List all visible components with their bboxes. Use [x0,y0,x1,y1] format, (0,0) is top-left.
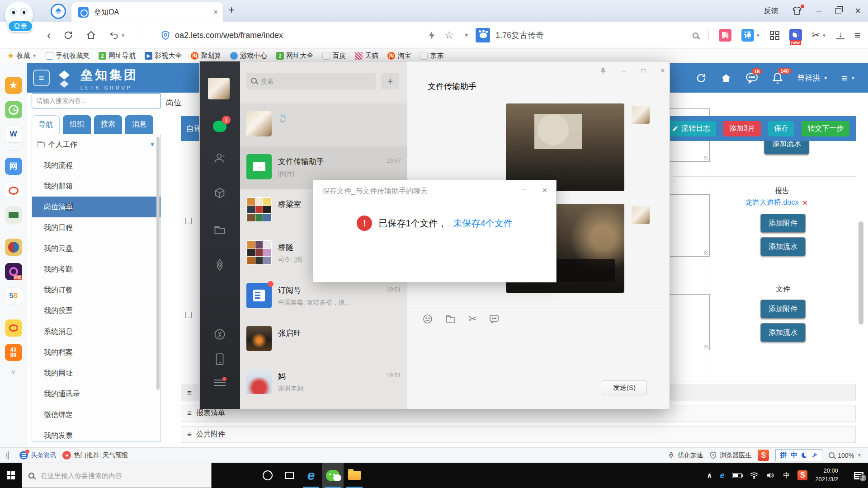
taskbar-explorer[interactable] [344,463,365,488]
bookmark-item[interactable]: 淘淘宝 [387,52,411,60]
taskbar-search-input[interactable] [40,471,193,480]
taskbar-edge[interactable]: e [300,463,322,488]
dialog-minimize-icon[interactable]: ─ [522,186,527,195]
word-doc-icon[interactable]: W [5,126,22,143]
download-icon[interactable]: ↓ [836,31,844,39]
screenshot-button[interactable]: ✂▼ [812,29,826,41]
sogou-icon[interactable]: S [758,450,769,461]
oa-more-menu[interactable]: ≡▼ [841,72,855,84]
screenshot-scissors-icon[interactable]: ✂ [468,313,476,325]
avatar[interactable] [208,78,230,99]
oa-refresh-icon[interactable] [696,73,707,84]
add-attachment-button[interactable]: 添加附件 [760,214,806,233]
sidebar-item-urls[interactable]: 我的网址 [32,363,160,384]
oa-tab-nav[interactable]: 导航 [32,115,60,134]
browser-doctor-button[interactable]: 浏览器医生 [709,451,751,460]
taskbar-search[interactable] [22,463,212,488]
hot-recommend-button[interactable]: ♥热门推荐: 天气预报 [62,451,128,460]
bookmark-item[interactable]: 2网址导航 [99,52,136,60]
tab-close-icon[interactable]: × [213,2,218,22]
oa-search-input[interactable] [32,93,161,108]
bookmark-item[interactable]: 手机收藏夹 [46,52,90,60]
contacts-icon[interactable] [212,151,227,165]
maximize-icon[interactable]: □ [641,67,645,75]
refresh-button[interactable] [63,30,73,40]
remove-file-icon[interactable]: ✕ [802,199,808,207]
ime-wrench-icon[interactable] [811,452,818,459]
ime-toolbar[interactable]: 拼 中 [775,449,822,461]
oa-bell-icon[interactable]: 140 [772,72,783,84]
add-attachment-button[interactable]: 添加附件 [760,300,806,319]
sidebar-item-sysmsg[interactable]: 系统消息 [32,321,160,342]
back-button[interactable]: ‹ [47,29,51,42]
search-icon[interactable] [693,33,698,38]
game-legend-icon[interactable] [5,239,22,256]
wifi-icon[interactable] [750,472,759,479]
new-chat-button[interactable]: + [381,73,399,89]
sent-photo[interactable] [506,103,624,191]
bookmark-star-icon[interactable]: ☆ [445,29,454,41]
chats-icon[interactable]: 1 [212,119,227,133]
sidebar-item-meal[interactable]: 我的订餐 [32,280,160,300]
sidebar-item-vote[interactable]: 我的投票 [32,300,160,321]
sidebar-item-schedule[interactable]: 我的日程 [32,217,160,238]
oa-tab-search[interactable]: 搜索 [94,115,122,134]
oa-tab-org[interactable]: 组织 [63,115,91,134]
sidebar-item-post-list[interactable]: 岗位清单 [32,197,160,217]
url-dropdown-icon[interactable]: ▼ [464,32,469,38]
shopping-icon[interactable]: 购 [719,29,731,42]
oa-user-menu[interactable]: 曾祥洪▼ [797,73,828,83]
oa-home-icon[interactable] [720,73,732,84]
new-tab-button[interactable]: + [228,4,235,16]
row-checkbox[interactable] [185,312,192,318]
reading-mode-icon[interactable] [429,31,435,40]
emoji-icon[interactable] [422,314,433,324]
add-flow-button[interactable]: 添加流水 [760,237,806,256]
home-button[interactable] [86,30,96,40]
translate-button[interactable]: 译▼ [741,29,760,42]
tray-expand-icon[interactable]: ∧ [707,471,712,479]
close-button[interactable]: × [855,5,861,17]
flow-log-button[interactable]: 流转日志 [666,121,716,136]
baidu-search-icon[interactable] [476,28,490,42]
site-safety-icon[interactable] [160,30,170,41]
pin-icon[interactable] [599,67,607,75]
collections-icon[interactable] [212,186,227,200]
chat-history-icon[interactable] [489,314,500,324]
sidebar-item-wechat-bind[interactable]: 微信绑定 [32,404,160,425]
game4399-icon[interactable]: 4399 [5,344,22,361]
start-button[interactable] [0,463,22,488]
oa-menu-button[interactable]: ≡ [33,70,50,86]
bookmark-item[interactable]: 游戏中心 [230,52,267,60]
oa-tab-msg[interactable]: 消息 [125,115,153,134]
sidebar-item-archive[interactable]: 我的档案 [32,342,160,363]
taskbar-clock[interactable]: 20:002021/3/2 [815,467,838,484]
cortana-button[interactable] [257,463,278,488]
game-tank-icon[interactable] [5,206,22,224]
bookmark-item[interactable]: 百度 [322,52,346,60]
ime-moon-icon[interactable] [802,452,807,458]
sidebar-item-mail[interactable]: 我的邮箱 [32,176,160,197]
chat-item[interactable]: 💍 [240,103,407,146]
bookmark-item[interactable]: ▶影视大全 [145,52,182,60]
sidebar-item-cloud[interactable]: 我的云盘 [32,238,160,259]
files-icon[interactable] [212,223,227,237]
bookmark-item[interactable]: 天猫 [355,52,378,60]
oa-tree-folder[interactable]: 个人工作▼ [32,134,160,155]
channels-icon[interactable] [212,327,227,342]
bookmark-item[interactable]: 淘聚划算 [191,52,221,60]
night-mode-icon[interactable]: new [789,29,802,42]
action-center-icon[interactable]: 1 [854,472,863,479]
ime-pinyin-label[interactable]: 拼 [780,451,787,460]
favorites-star-icon[interactable]: ★ [5,77,22,94]
feedback-button[interactable]: 反馈 [764,6,778,16]
volume-icon[interactable] [766,472,775,479]
send-button[interactable]: 发送(S) [602,380,647,395]
bookmark-item[interactable]: 2网址大全 [276,52,313,60]
menu-icon[interactable]: ≡ [854,29,861,42]
chat-item[interactable]: 张启旺 [240,318,407,361]
browser-logo-icon[interactable] [51,4,66,19]
collapse-caret-icon[interactable]: ▼ [150,141,155,148]
weibo-icon[interactable] [5,182,22,199]
forward-next-button[interactable]: 转交下一步 [802,121,849,136]
